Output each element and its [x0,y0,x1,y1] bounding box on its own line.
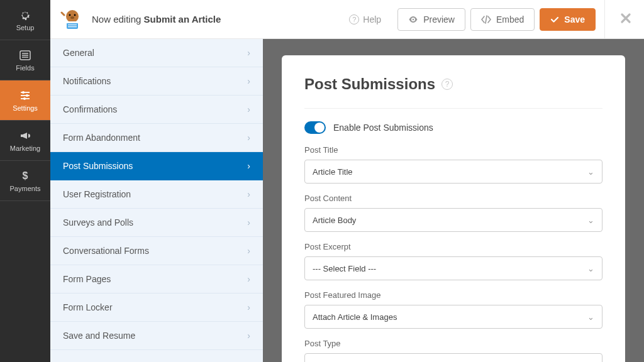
sidebar-item-label: Surveys and Polls [63,217,133,228]
svg-point-16 [26,94,28,97]
help-icon[interactable]: ? [441,79,453,90]
page-title: Now editing Submit an Article [92,14,221,25]
sidebar-item-label: Form Locker [63,302,113,312]
top-bar: Now editing Submit an Article ? Help Pre… [50,0,644,39]
sidebar-item-post-submissions[interactable]: Post Submissions› [50,152,263,180]
enable-toggle-label: Enable Post Submissions [333,123,433,133]
bullhorn-icon [19,129,31,142]
sidebar-item-label: Save and Resume [63,331,135,341]
select-value: Attach Article & Images [313,312,397,322]
settings-sidebar: General› Notifications› Confirmations› F… [50,39,263,362]
divider [304,108,602,109]
eye-icon [408,14,418,25]
list-icon [19,49,31,62]
chevron-right-icon: › [247,331,250,341]
chevron-right-icon: › [247,274,250,284]
enable-post-submissions-toggle[interactable] [304,121,326,134]
select-value: Article Body [313,216,356,225]
help-icon: ? [349,14,359,25]
svg-point-1 [69,14,71,16]
sidebar-item-general[interactable]: General› [50,39,263,67]
chevron-right-icon: › [247,246,250,256]
save-label: Save [564,14,585,25]
svg-point-18 [23,97,26,100]
sidebar-item-form-pages[interactable]: Form Pages› [50,265,263,293]
sidebar-item-conversational-forms[interactable]: Conversational Forms› [50,237,263,265]
app-logo [59,6,86,33]
close-icon [620,13,631,24]
settings-panel: Post Submissions ? Enable Post Submissio… [282,55,625,362]
check-icon [550,15,559,24]
help-link[interactable]: ? Help [349,14,381,25]
separator [604,0,605,39]
form-name: Submit an Article [144,14,221,25]
sidebar-item-surveys-polls[interactable]: Surveys and Polls› [50,209,263,237]
mascot-icon [60,8,84,31]
post-content-select[interactable]: Article Body⌄ [304,208,602,232]
sidebar-item-label: General [63,48,94,58]
post-featured-image-select[interactable]: Attach Article & Images⌄ [304,305,602,329]
embed-button[interactable]: Embed [470,8,535,31]
nav-settings-label: Settings [13,104,38,112]
chevron-down-icon: ⌄ [587,312,594,322]
field-label-post-excerpt: Post Excerpt [304,242,602,251]
nav-setup[interactable]: Setup [0,0,50,40]
nav-marketing-label: Marketing [10,145,40,152]
select-value: Article Title [313,167,353,177]
dollar-icon: $ [19,170,31,182]
chevron-right-icon: › [247,76,250,86]
field-label-post-content: Post Content [304,194,602,203]
nav-fields[interactable]: Fields [0,40,50,80]
preview-label: Preview [423,14,455,25]
label-text: Post Type [304,339,341,348]
sidebar-item-notifications[interactable]: Notifications› [50,67,263,96]
sidebar-item-label: Post Submissions [63,161,133,171]
svg-point-8 [413,18,414,20]
svg-text:$: $ [23,170,28,181]
sliders-icon [19,89,31,102]
save-button[interactable]: Save [540,8,596,31]
chevron-right-icon: › [247,133,250,143]
sidebar-item-confirmations[interactable]: Confirmations› [50,96,263,124]
chevron-right-icon: › [247,161,250,171]
select-value: --- Select Field --- [313,264,376,273]
chevron-right-icon: › [247,189,250,199]
nav-setup-label: Setup [16,24,35,31]
sidebar-item-user-registration[interactable]: User Registration› [50,180,263,209]
nav-payments[interactable]: $ Payments [0,161,50,201]
sidebar-item-save-resume[interactable]: Save and Resume› [50,322,263,350]
post-excerpt-select[interactable]: --- Select Field ---⌄ [304,256,602,280]
svg-rect-6 [68,25,77,25]
post-title-select[interactable]: Article Title⌄ [304,160,602,184]
close-button[interactable] [616,9,635,30]
chevron-right-icon: › [247,48,250,58]
now-editing-prefix: Now editing [92,14,144,25]
panel-heading: Post Submissions ? [304,75,453,93]
post-type-select[interactable]: Posts⌄ [304,353,602,362]
svg-rect-7 [68,26,77,27]
preview-button[interactable]: Preview [397,8,465,31]
sidebar-item-form-abandonment[interactable]: Form Abandonment› [50,124,263,152]
label-text: Post Title [304,145,338,155]
field-label-post-featured-image: Post Featured Image [304,290,602,300]
chevron-right-icon: › [247,302,250,312]
sidebar-item-label: Form Pages [63,274,111,284]
nav-payments-label: Payments [10,185,41,192]
svg-point-14 [22,91,25,94]
code-icon [481,14,491,25]
sidebar-item-form-locker[interactable]: Form Locker› [50,293,263,322]
nav-marketing[interactable]: Marketing [0,121,50,161]
stage: Post Submissions ? Enable Post Submissio… [263,39,644,362]
chevron-down-icon: ⌄ [587,264,594,273]
nav-settings[interactable]: Settings [0,80,50,121]
chevron-right-icon: › [247,104,250,114]
toggle-knob [314,123,325,133]
embed-label: Embed [496,14,524,25]
sidebar-item-label: Form Abandonment [63,133,140,143]
left-nav: Setup Fields Settings Marketing $ Paymen… [0,0,50,362]
nav-fields-label: Fields [16,64,34,72]
chevron-right-icon: › [247,217,250,228]
label-text: Post Excerpt [304,242,351,251]
sidebar-item-label: Confirmations [63,104,117,114]
enable-toggle-row: Enable Post Submissions [304,121,602,134]
